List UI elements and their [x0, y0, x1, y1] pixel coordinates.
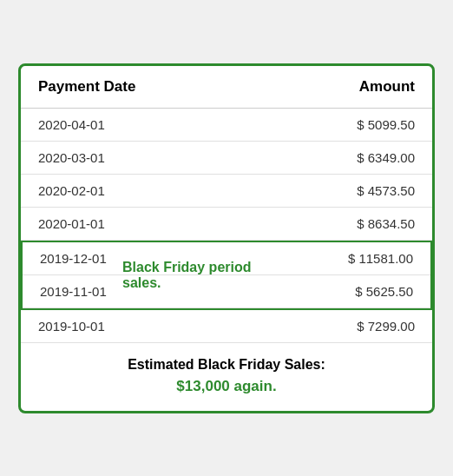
amount-cell: $ 11581.00 — [228, 242, 430, 275]
table-row: 2020-04-01 $ 5099.50 — [21, 108, 432, 141]
amount-cell: $ 7299.00 — [236, 310, 432, 343]
highlighted-section: Black Friday periodsales. 2019-12-01 $ 1… — [21, 241, 432, 310]
footer-value: $13,000 again. — [38, 378, 415, 395]
highlighted-table: 2019-12-01 $ 11581.00 2019-11-01 $ 5625.… — [23, 242, 430, 308]
main-card: Payment Date Amount 2020-04-01 $ 5099.50… — [18, 63, 435, 413]
highlighted-table-row: 2019-12-01 $ 11581.00 — [23, 242, 430, 275]
amount-cell: $ 6349.00 — [263, 141, 432, 174]
date-cell: 2020-01-01 — [21, 207, 263, 240]
date-cell: 2019-12-01 — [23, 242, 228, 275]
table-row: 2019-10-01 $ 7299.00 — [21, 310, 432, 343]
date-column-header: Payment Date — [21, 66, 263, 109]
date-cell: 2019-10-01 — [21, 310, 236, 343]
table-row: 2020-02-01 $ 4573.50 — [21, 174, 432, 207]
highlighted-table-row: 2019-11-01 $ 5625.50 — [23, 274, 430, 307]
table-row: 2020-01-01 $ 8634.50 — [21, 207, 432, 240]
amount-column-header: Amount — [263, 66, 432, 109]
footer-section: Estimated Black Friday Sales: $13,000 ag… — [21, 343, 432, 411]
amount-cell: $ 5099.50 — [263, 108, 432, 141]
table-row: 2020-03-01 $ 6349.00 — [21, 141, 432, 174]
date-cell: 2020-02-01 — [21, 174, 263, 207]
amount-cell: $ 5625.50 — [228, 274, 430, 307]
payments-table: Payment Date Amount 2020-04-01 $ 5099.50… — [21, 66, 432, 241]
amount-cell: $ 8634.50 — [263, 207, 432, 240]
after-table: 2019-10-01 $ 7299.00 — [21, 310, 432, 343]
date-cell: 2019-11-01 — [23, 274, 228, 307]
amount-cell: $ 4573.50 — [263, 174, 432, 207]
date-cell: 2020-03-01 — [21, 141, 263, 174]
date-cell: 2020-04-01 — [21, 108, 263, 141]
footer-label: Estimated Black Friday Sales: — [38, 357, 415, 373]
